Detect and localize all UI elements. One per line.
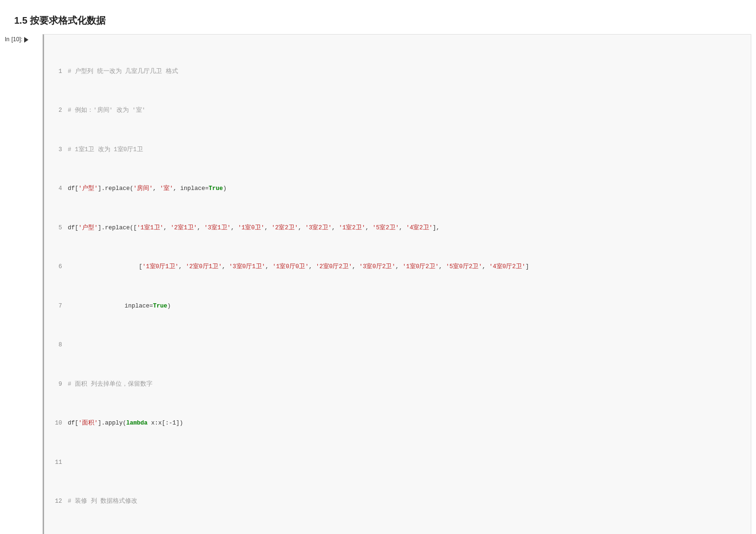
- code-line-11: 11: [49, 458, 746, 468]
- code-block: 1 # 户型列 统一改为 几室几厅几卫 格式 2 # 例如：'房间' 改为 '室…: [43, 34, 751, 534]
- code-line-3: 3 # 1室1卫 改为 1室0厅1卫: [49, 145, 746, 155]
- in-text: In: [5, 36, 9, 43]
- page-container: 1.5 按要求格式化数据 In [10]: 1 # 户型列 统一改为 几室几厅几…: [0, 0, 756, 534]
- code-line-8: 8: [49, 340, 746, 350]
- code-line-5: 5 df['户型'].replace(['1室1卫', '2室1卫', '3室1…: [49, 223, 746, 233]
- code-line-7: 7 inplace=True): [49, 301, 746, 311]
- code-line-9: 9 # 面积 列去掉单位，保留数字: [49, 380, 746, 389]
- run-icon[interactable]: [24, 37, 28, 43]
- code-cell: In [10]: 1 # 户型列 统一改为 几室几厅几卫 格式 2 # 例如：'…: [0, 34, 756, 534]
- code-line-2: 2 # 例如：'房间' 改为 '室': [49, 106, 746, 116]
- code-line-12: 12 # 装修 列 数据格式修改: [49, 497, 746, 507]
- code-line-1: 1 # 户型列 统一改为 几室几厅几卫 格式: [49, 67, 746, 77]
- cell-in-label: In [10]:: [5, 34, 43, 43]
- in-number: [10]:: [11, 36, 22, 43]
- code-line-4: 4 df['户型'].replace('房间', '室', inplace=Tr…: [49, 184, 746, 194]
- section-title: 1.5 按要求格式化数据: [0, 9, 756, 34]
- code-line-6: 6 ['1室0厅1卫', '2室0厅1卫', '3室0厅1卫', '1室0厅0卫…: [49, 262, 746, 272]
- code-line-10: 10 df['面积'].apply(lambda x:x[:-1]): [49, 418, 746, 428]
